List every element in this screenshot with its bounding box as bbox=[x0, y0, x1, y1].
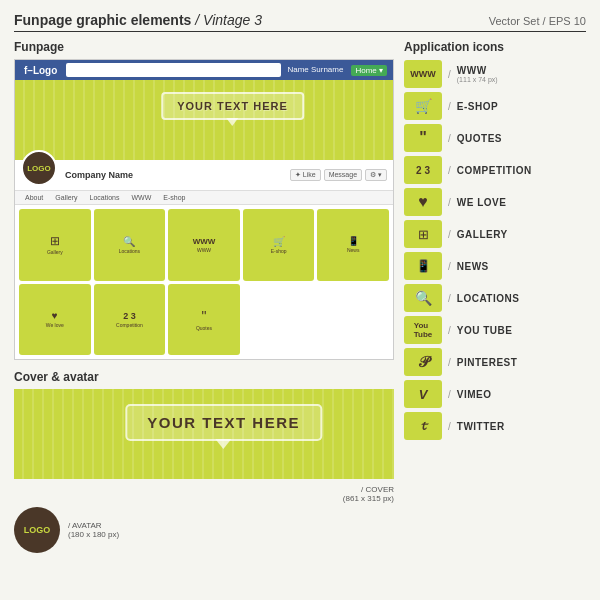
speech-text-large: YOUR TEXT HERE bbox=[147, 414, 300, 431]
grid-welove[interactable]: ♥ We love bbox=[19, 284, 91, 356]
grid-quotes[interactable]: " Quotes bbox=[168, 284, 240, 356]
fb-tabs: About Gallery Locations WWW E-shop bbox=[15, 191, 393, 205]
locations-icon: 🔍 bbox=[415, 290, 432, 306]
vector-info: Vector Set / EPS 10 bbox=[489, 15, 586, 27]
grid-eshop[interactable]: 🛒 E-shop bbox=[243, 209, 315, 281]
www-icon: WWW bbox=[410, 69, 435, 79]
cover-avatar-label: Cover & avatar bbox=[14, 370, 394, 384]
icon-name-www: WWW bbox=[457, 65, 498, 76]
icon-box-youtube: YouTube bbox=[404, 316, 442, 344]
icon-box-twitter: 𝓽 bbox=[404, 412, 442, 440]
tab-www[interactable]: WWW bbox=[125, 193, 157, 202]
speech-bubble-small: YOUR TEXT HERE bbox=[161, 92, 304, 120]
main-layout: Funpage f–Logo Name Surname Home ▾ YOUR … bbox=[14, 40, 586, 553]
icon-row-quotes: " / QUOTES bbox=[404, 124, 586, 152]
title-sub: Vintage 3 bbox=[203, 12, 262, 28]
funpage-label: Funpage bbox=[14, 40, 394, 54]
icon-box-welove: ♥ bbox=[404, 188, 442, 216]
fb-nav: Name Surname Home ▾ bbox=[287, 65, 387, 76]
icon-row-gallery: ⊞ / GALLERY bbox=[404, 220, 586, 248]
youtube-icon: YouTube bbox=[414, 321, 433, 339]
icon-name-vimeo: VIMEO bbox=[457, 389, 492, 400]
app-icons-grid: ⊞ Gallery 🔍 Locations WWW WWW bbox=[15, 205, 393, 359]
icon-box-pinterest: 𝒫 bbox=[404, 348, 442, 376]
company-name: Company Name bbox=[65, 170, 282, 180]
icon-row-locations: 🔍 / LOCATIONS bbox=[404, 284, 586, 312]
avatar-label: / AVATAR bbox=[68, 521, 102, 530]
app-icons-title: Application icons bbox=[404, 40, 586, 54]
avatar-size: (180 x 180 px) bbox=[68, 530, 119, 539]
tab-gallery[interactable]: Gallery bbox=[49, 193, 83, 202]
icon-row-welove: ♥ / WE LOVE bbox=[404, 188, 586, 216]
grid-competition[interactable]: 2 3 Competition bbox=[94, 284, 166, 356]
icon-name-pinterest: PINTEREST bbox=[457, 357, 518, 368]
icon-box-www: WWW bbox=[404, 60, 442, 88]
logo-circle-large: LOGO bbox=[14, 507, 60, 553]
grid-locations[interactable]: 🔍 Locations bbox=[94, 209, 166, 281]
grid-gallery[interactable]: ⊞ Gallery bbox=[19, 209, 91, 281]
icon-box-news: 📱 bbox=[404, 252, 442, 280]
icon-size-www: (111 x 74 px) bbox=[457, 76, 498, 83]
avatar-row: LOGO / AVATAR (180 x 180 px) bbox=[14, 507, 394, 553]
icon-box-quotes: " bbox=[404, 124, 442, 152]
icon-name-eshop: E-SHOP bbox=[457, 101, 498, 112]
icon-box-locations: 🔍 bbox=[404, 284, 442, 312]
icon-box-gallery: ⊞ bbox=[404, 220, 442, 248]
cover-banner: YOUR TEXT HERE bbox=[14, 389, 394, 479]
icon-name-quotes: QUOTES bbox=[457, 133, 502, 144]
grid-www[interactable]: WWW WWW bbox=[168, 209, 240, 281]
icon-name-youtube: YOU TUBE bbox=[457, 325, 513, 336]
fb-topbar: f–Logo Name Surname Home ▾ bbox=[15, 60, 393, 80]
message-button[interactable]: Message bbox=[324, 169, 362, 181]
page-header: Funpage graphic elements / Vintage 3 Vec… bbox=[14, 12, 586, 32]
cover-label-text: / COVER bbox=[361, 485, 394, 494]
like-button[interactable]: ✦ Like bbox=[290, 169, 321, 181]
fb-cover: YOUR TEXT HERE bbox=[15, 80, 393, 160]
icon-box-eshop: 🛒 bbox=[404, 92, 442, 120]
icon-name-news: NEWS bbox=[457, 261, 489, 272]
speech-bubble-large: YOUR TEXT HERE bbox=[125, 404, 322, 441]
icon-row-competition: 2 3 / COMPETITION bbox=[404, 156, 586, 184]
logo-text: LOGO bbox=[24, 525, 51, 535]
fb-action-buttons: ✦ Like Message ⚙ ▾ bbox=[290, 169, 387, 181]
eshop-icon: 🛒 bbox=[415, 98, 432, 114]
grid-news[interactable]: 📱 News bbox=[317, 209, 389, 281]
page-title: Funpage graphic elements / Vintage 3 bbox=[14, 12, 262, 28]
pinterest-icon: 𝒫 bbox=[418, 353, 429, 371]
tab-locations[interactable]: Locations bbox=[83, 193, 125, 202]
more-button[interactable]: ⚙ ▾ bbox=[365, 169, 387, 181]
fb-logo: f–Logo bbox=[21, 64, 60, 77]
profile-area: LOGO Company Name ✦ Like Message ⚙ ▾ bbox=[15, 160, 393, 191]
icon-name-competition: COMPETITION bbox=[457, 165, 532, 176]
vimeo-icon: V bbox=[419, 387, 428, 402]
gallery-icon: ⊞ bbox=[418, 227, 429, 242]
icon-row-news: 📱 / NEWS bbox=[404, 252, 586, 280]
cover-label: / COVER (861 x 315 px) bbox=[14, 485, 394, 503]
icon-row-pinterest: 𝒫 / PINTEREST bbox=[404, 348, 586, 376]
icon-row-twitter: 𝓽 / TWITTER bbox=[404, 412, 586, 440]
avatar-label-text: / AVATAR (180 x 180 px) bbox=[68, 521, 119, 539]
quotes-icon: " bbox=[419, 129, 427, 147]
speech-text-small: YOUR TEXT HERE bbox=[177, 100, 288, 112]
tab-eshop[interactable]: E-shop bbox=[157, 193, 191, 202]
icon-row-youtube: YouTube / YOU TUBE bbox=[404, 316, 586, 344]
icon-row-www: WWW / WWW (111 x 74 px) bbox=[404, 60, 586, 88]
right-column: Application icons WWW / WWW (111 x 74 px… bbox=[404, 40, 586, 553]
icon-box-competition: 2 3 bbox=[404, 156, 442, 184]
title-main: Funpage graphic elements bbox=[14, 12, 191, 28]
competition-icon: 2 3 bbox=[416, 165, 430, 176]
page: Funpage graphic elements / Vintage 3 Vec… bbox=[0, 0, 600, 600]
logo-circle-small: LOGO bbox=[21, 150, 57, 186]
icon-name-gallery: GALLERY bbox=[457, 229, 508, 240]
icon-name-locations: LOCATIONS bbox=[457, 293, 520, 304]
left-column: Funpage f–Logo Name Surname Home ▾ YOUR … bbox=[14, 40, 394, 553]
tab-about[interactable]: About bbox=[19, 193, 49, 202]
cover-size: (861 x 315 px) bbox=[343, 494, 394, 503]
twitter-icon: 𝓽 bbox=[421, 418, 425, 434]
icon-name-twitter: TWITTER bbox=[457, 421, 505, 432]
icon-row-eshop: 🛒 / E-SHOP bbox=[404, 92, 586, 120]
fb-search-bar bbox=[66, 63, 281, 77]
cover-avatar-section: Cover & avatar YOUR TEXT HERE / COVER (8… bbox=[14, 370, 394, 553]
icon-box-vimeo: V bbox=[404, 380, 442, 408]
icon-row-vimeo: V / VIMEO bbox=[404, 380, 586, 408]
